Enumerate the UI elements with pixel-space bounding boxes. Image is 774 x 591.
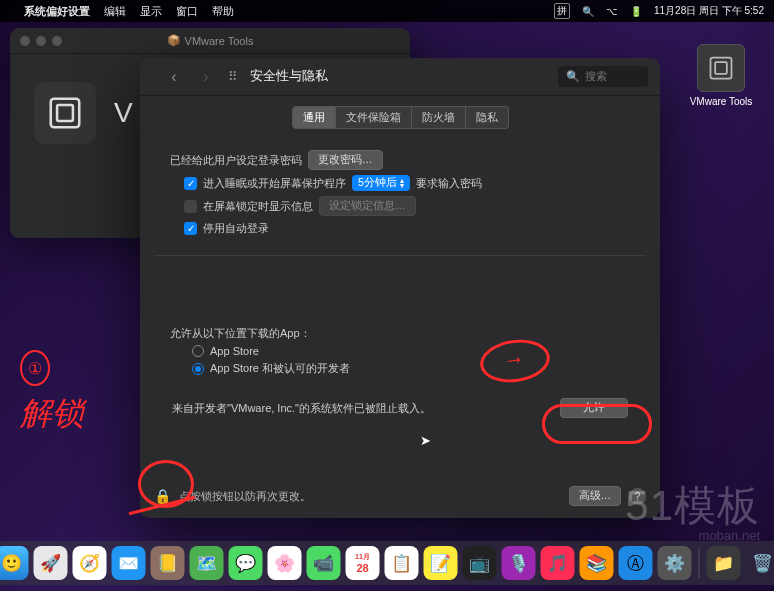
allow-apps-title: 允许从以下位置下载的App： xyxy=(170,326,630,341)
desktop-icon-label: VMware Tools xyxy=(690,96,753,107)
dock-preferences[interactable]: ⚙️ xyxy=(658,546,692,580)
chevron-updown-icon: ▴▾ xyxy=(400,178,404,188)
dock-photos[interactable]: 🌸 xyxy=(268,546,302,580)
annotation-number: ① xyxy=(20,350,50,386)
svg-rect-1 xyxy=(715,62,727,74)
require-password-after-label: 要求输入密码 xyxy=(416,176,482,191)
disable-autologin-label: 停用自动登录 xyxy=(203,221,269,236)
prefs-titlebar: ‹ › ⠿ 安全性与隐私 🔍 搜索 xyxy=(140,58,660,96)
dock-podcasts[interactable]: 🎙️ xyxy=(502,546,536,580)
search-placeholder: 搜索 xyxy=(585,69,607,84)
search-field[interactable]: 🔍 搜索 xyxy=(558,66,648,87)
dock-tv[interactable]: 📺 xyxy=(463,546,497,580)
advanced-button[interactable]: 高级… xyxy=(569,486,622,506)
radio-appstore-only[interactable] xyxy=(192,345,204,357)
blocked-software-text: 来自开发者"VMware, Inc."的系统软件已被阻止载入。 xyxy=(172,401,431,416)
allow-button[interactable]: 允许 xyxy=(560,398,628,418)
checkbox-require-password[interactable]: ✓ xyxy=(184,177,197,190)
sleep-delay-select[interactable]: 5分钟后 ▴▾ xyxy=(352,175,410,191)
set-lock-message-button: 设定锁定信息… xyxy=(319,196,416,216)
annotation-unlock: ① 解锁 xyxy=(20,350,84,436)
radio-appstore-identified[interactable] xyxy=(192,363,204,375)
tab-firewall[interactable]: 防火墙 xyxy=(412,106,466,129)
dock-safari[interactable]: 🧭 xyxy=(73,546,107,580)
lock-message-label: 在屏幕锁定时显示信息 xyxy=(203,199,313,214)
dock-finder[interactable]: 🙂 xyxy=(0,546,29,580)
dock-separator xyxy=(699,548,700,578)
traffic-lights[interactable] xyxy=(20,36,62,46)
dock-mail[interactable]: ✉️ xyxy=(112,546,146,580)
dock-reminders[interactable]: 📋 xyxy=(385,546,419,580)
login-password-label: 已经给此用户设定登录密码 xyxy=(170,153,302,168)
dock-messages[interactable]: 💬 xyxy=(229,546,263,580)
vmware-icon xyxy=(34,82,96,144)
menubar-item[interactable]: 帮助 xyxy=(212,4,234,19)
desktop-icon-vmware-tools[interactable]: VMware Tools xyxy=(686,44,756,107)
svg-rect-2 xyxy=(51,99,80,128)
menubar-item[interactable]: 显示 xyxy=(140,4,162,19)
change-password-button[interactable]: 更改密码… xyxy=(308,150,383,170)
show-all-button[interactable]: ⠿ xyxy=(228,69,238,84)
dock-contacts[interactable]: 📒 xyxy=(151,546,185,580)
dock-appstore[interactable]: Ⓐ xyxy=(619,546,653,580)
radio-identified-label: App Store 和被认可的开发者 xyxy=(210,361,350,376)
dock-downloads[interactable]: 📁 xyxy=(707,546,741,580)
lock-icon[interactable]: 🔒 xyxy=(154,488,171,504)
control-center-icon[interactable]: ⌥ xyxy=(606,6,618,17)
login-password-section: 已经给此用户设定登录密码 更改密码… ✓ 进入睡眠或开始屏幕保护程序 5分钟后 … xyxy=(140,135,660,255)
dock-facetime[interactable]: 📹 xyxy=(307,546,341,580)
require-password-label: 进入睡眠或开始屏幕保护程序 xyxy=(203,176,346,191)
menubar-datetime[interactable]: 11月28日 周日 下午 5:52 xyxy=(654,4,764,18)
window-titlebar: 📦VMware Tools xyxy=(10,28,410,54)
tab-bar: 通用 文件保险箱 防火墙 隐私 xyxy=(140,96,660,135)
forward-button[interactable]: › xyxy=(196,67,216,87)
watermark: 51模板 moban.net xyxy=(625,478,760,543)
input-method-icon[interactable]: 拼 xyxy=(554,3,570,19)
menubar: 系统偏好设置 编辑 显示 窗口 帮助 拼 🔍 ⌥ 🔋 11月28日 周日 下午 … xyxy=(0,0,774,22)
annotation-text: 解锁 xyxy=(20,392,84,436)
menubar-item[interactable]: 编辑 xyxy=(104,4,126,19)
svg-rect-3 xyxy=(57,105,73,121)
dock-maps[interactable]: 🗺️ xyxy=(190,546,224,580)
tab-filevault[interactable]: 文件保险箱 xyxy=(336,106,412,129)
disk-icon xyxy=(697,44,745,92)
cursor-icon: ➤ xyxy=(420,433,431,448)
lock-hint-text: 点按锁按钮以防再次更改。 xyxy=(179,489,311,504)
checkbox-lock-message[interactable] xyxy=(184,200,197,213)
back-button[interactable]: ‹ xyxy=(164,67,184,87)
system-preferences-window: ‹ › ⠿ 安全性与隐私 🔍 搜索 通用 文件保险箱 防火墙 隐私 已经给此用户… xyxy=(140,58,660,518)
dock: 🙂 🚀 🧭 ✉️ 📒 🗺️ 💬 🌸 📹 11月28 📋 📝 📺 🎙️ 🎵 📚 Ⓐ… xyxy=(0,541,774,585)
checkbox-disable-autologin[interactable]: ✓ xyxy=(184,222,197,235)
dock-calendar[interactable]: 11月28 xyxy=(346,546,380,580)
prefs-title: 安全性与隐私 xyxy=(250,68,328,85)
window-title: VMware Tools xyxy=(185,35,254,47)
tab-privacy[interactable]: 隐私 xyxy=(466,106,509,129)
tab-general[interactable]: 通用 xyxy=(292,106,336,129)
svg-rect-0 xyxy=(711,58,732,79)
menubar-app-name[interactable]: 系统偏好设置 xyxy=(24,4,90,19)
dock-trash[interactable]: 🗑️ xyxy=(746,546,775,580)
dock-launchpad[interactable]: 🚀 xyxy=(34,546,68,580)
search-icon: 🔍 xyxy=(566,70,580,83)
dock-music[interactable]: 🎵 xyxy=(541,546,575,580)
battery-icon[interactable]: 🔋 xyxy=(630,6,642,17)
menubar-item[interactable]: 窗口 xyxy=(176,4,198,19)
radio-appstore-label: App Store xyxy=(210,345,259,357)
dock-books[interactable]: 📚 xyxy=(580,546,614,580)
spotlight-icon[interactable]: 🔍 xyxy=(582,6,594,17)
dock-notes[interactable]: 📝 xyxy=(424,546,458,580)
prefs-footer: 🔒 点按锁按钮以防再次更改。 高级… ? xyxy=(140,476,660,518)
allow-apps-section: 允许从以下位置下载的App： App Store App Store 和被认可的… xyxy=(140,256,660,430)
vmware-label: V xyxy=(114,97,133,129)
